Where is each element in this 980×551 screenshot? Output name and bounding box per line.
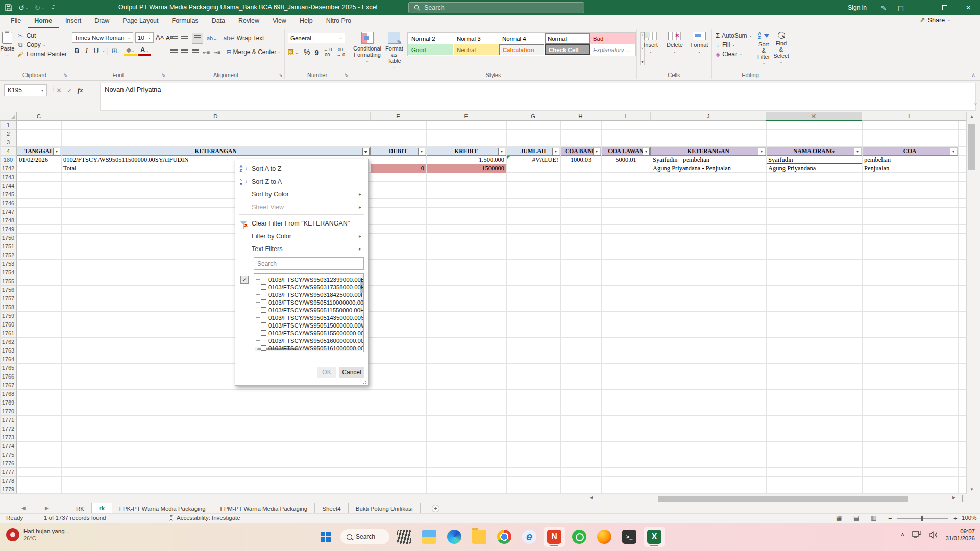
italic-button[interactable]: I bbox=[83, 46, 90, 55]
taskbar-icon-excel[interactable]: X bbox=[644, 527, 665, 547]
filter-dropdown-button-F[interactable]: ▾ bbox=[498, 148, 505, 155]
ribbon-tab-formulas[interactable]: Formulas bbox=[165, 15, 205, 28]
bold-button[interactable]: B bbox=[72, 46, 82, 55]
row-header-1752[interactable]: 1752 bbox=[0, 251, 17, 260]
column-header-D[interactable]: D bbox=[61, 112, 371, 121]
collapse-ribbon-icon[interactable]: ˄ bbox=[972, 72, 975, 78]
middle-align-icon[interactable] bbox=[181, 36, 188, 41]
undo-button[interactable]: ↺⌄ bbox=[18, 4, 29, 11]
volume-icon[interactable] bbox=[929, 531, 938, 539]
cell-G180[interactable]: #VALUE! bbox=[506, 156, 560, 164]
row-header-1755[interactable]: 1755 bbox=[0, 277, 17, 286]
insert-cells-button[interactable]: Insert⌄ bbox=[640, 29, 662, 54]
column-header-J[interactable]: J bbox=[651, 112, 766, 121]
clear-button[interactable]: ◈Clear⌄ bbox=[714, 49, 754, 59]
top-align-icon[interactable] bbox=[170, 36, 178, 41]
sheet-tab-fpm-pt-warna-media-packaging[interactable]: FPM-PT Warna Media Packaging bbox=[213, 503, 315, 514]
filter-values-list[interactable]: 0103/FTSCY/WS950312399000.00B0103/FTSCY/… bbox=[254, 273, 364, 352]
wrap-text-button[interactable]: ab↵Wrap Text bbox=[221, 34, 266, 43]
taskbar-icon-edge[interactable] bbox=[444, 527, 464, 547]
row-header-180[interactable]: 180 bbox=[0, 156, 17, 164]
table-header-keterangan-J[interactable]: KETERANGAN▾ bbox=[651, 147, 766, 156]
number-format-select[interactable]: General⌄ bbox=[288, 33, 345, 43]
cut-button[interactable]: ✂Cut bbox=[15, 31, 69, 40]
row-header-1754[interactable]: 1754 bbox=[0, 268, 17, 277]
formula-input[interactable]: Novan Adi Priyatna bbox=[100, 83, 976, 111]
accounting-format-icon[interactable]: 🖼⌄ bbox=[288, 48, 299, 56]
row-header-1779[interactable]: 1779 bbox=[0, 485, 17, 494]
table-header-nama-orang-K[interactable]: NAMA ORANG▾ bbox=[766, 147, 862, 156]
taskbar-icon-internet-explorer[interactable]: e bbox=[519, 527, 540, 547]
column-header-C[interactable]: C bbox=[17, 112, 61, 121]
row-header-1745[interactable]: 1745 bbox=[0, 190, 17, 199]
decrease-decimal-icon[interactable]: .00→.0 bbox=[336, 47, 345, 57]
column-header-E[interactable]: E bbox=[371, 112, 426, 121]
merge-center-button[interactable]: ⊟Merge & Center⌄ bbox=[224, 47, 283, 57]
filter-dropdown-button-J[interactable]: ▾ bbox=[758, 148, 765, 155]
cell-E1742[interactable]: 0 bbox=[371, 164, 426, 173]
row-header-1742[interactable]: 1742 bbox=[0, 164, 17, 173]
align-left-icon[interactable] bbox=[170, 49, 178, 55]
cell-F180[interactable]: 1.500.000 bbox=[426, 156, 506, 164]
increase-decimal-icon[interactable]: ←.0.00 bbox=[324, 47, 332, 57]
row-header-1770[interactable]: 1770 bbox=[0, 407, 17, 416]
scroll-down-icon[interactable]: ▼ bbox=[967, 485, 977, 494]
taskbar-icon-whatsapp[interactable] bbox=[569, 527, 590, 547]
filter-menu-item-filter-by-color[interactable]: Filter by Color▸ bbox=[235, 230, 368, 242]
alignment-dialog-launcher[interactable]: ⇘ bbox=[279, 72, 283, 78]
zoom-slider[interactable] bbox=[897, 518, 948, 519]
cell-L180[interactable]: pembelian bbox=[862, 156, 958, 164]
zoom-in-icon[interactable]: + bbox=[953, 515, 958, 522]
filter-item-checkbox[interactable] bbox=[261, 292, 266, 297]
taskbar-search[interactable]: Search bbox=[340, 529, 389, 544]
filter-menu-item-text-filters[interactable]: Text Filters▸ bbox=[235, 242, 368, 255]
table-header-tanggal-C[interactable]: TANGGAL▾ bbox=[17, 147, 61, 156]
horizontal-scroll-thumb[interactable] bbox=[658, 496, 908, 502]
row-header-1759[interactable]: 1759 bbox=[0, 312, 17, 320]
find-select-button[interactable]: Find & Select⌄ bbox=[773, 29, 789, 64]
decrease-indent-icon[interactable]: ⇤≡ bbox=[203, 49, 210, 55]
filter-dropdown-button-G[interactable]: ▾ bbox=[552, 148, 559, 155]
fill-button[interactable]: ↓Fill⌄ bbox=[714, 40, 754, 49]
filter-dropdown-button-L[interactable]: ▾ bbox=[950, 148, 957, 155]
new-sheet-button[interactable]: + bbox=[432, 505, 439, 512]
row-header-1765[interactable]: 1765 bbox=[0, 364, 17, 372]
column-header-F[interactable]: F bbox=[426, 112, 506, 121]
row-header-1775[interactable]: 1775 bbox=[0, 450, 17, 459]
filter-list-item[interactable]: 0103/FTSCY/WS950312399000.00B bbox=[254, 276, 364, 283]
sheet-tab-sheet4[interactable]: Sheet4 bbox=[315, 503, 348, 514]
orientation-button[interactable]: ab⌄ bbox=[207, 35, 217, 42]
conditional-formatting-button[interactable]: Conditional Formatting ⌄ bbox=[353, 29, 381, 63]
column-header-G[interactable]: G bbox=[506, 112, 560, 121]
row-header-1768[interactable]: 1768 bbox=[0, 390, 17, 398]
underline-button[interactable]: U bbox=[91, 46, 101, 55]
zoom-out-icon[interactable]: − bbox=[888, 515, 892, 522]
filter-menu-item-sort-a-to-z[interactable]: ↓Sort A to Z bbox=[235, 162, 368, 175]
clipboard-dialog-launcher[interactable]: ⇘ bbox=[63, 72, 67, 78]
number-dialog-launcher[interactable]: ⇘ bbox=[344, 72, 348, 78]
scroll-right-icon[interactable]: ▶ bbox=[952, 495, 955, 500]
table-header-keterangan-D[interactable]: KETERANGAN bbox=[61, 147, 371, 156]
row-header-1750[interactable]: 1750 bbox=[0, 234, 17, 242]
column-header-L[interactable]: L bbox=[862, 112, 958, 121]
font-family-select[interactable]: Times New Roman⌄ bbox=[72, 32, 133, 43]
row-header-1[interactable]: 1 bbox=[0, 121, 17, 130]
ribbon-tab-data[interactable]: Data bbox=[205, 15, 232, 28]
row-header-4[interactable]: 4 bbox=[0, 147, 17, 156]
row-header-1774[interactable]: 1774 bbox=[0, 442, 17, 450]
ribbon-tab-draw[interactable]: Draw bbox=[88, 15, 116, 28]
bottom-align-icon[interactable] bbox=[192, 33, 203, 44]
customize-quick-access-icon[interactable]: ⌄̄ bbox=[51, 5, 55, 10]
align-center-icon[interactable] bbox=[181, 49, 188, 55]
row-header-1776[interactable]: 1776 bbox=[0, 459, 17, 468]
filter-ok-button[interactable]: OK bbox=[317, 367, 336, 378]
page-layout-view-icon[interactable]: ▤ bbox=[853, 514, 859, 521]
ribbon-tab-file[interactable]: File bbox=[4, 15, 28, 28]
page-break-view-icon[interactable]: ▥ bbox=[871, 514, 876, 521]
cell-C180[interactable]: 01/02/2026 bbox=[17, 156, 61, 164]
row-header-2[interactable]: 2 bbox=[0, 130, 17, 138]
sheet-nav-right-icon[interactable]: ▶ bbox=[45, 505, 49, 511]
row-header-1753[interactable]: 1753 bbox=[0, 260, 17, 268]
filter-list-item[interactable]: 0103/FTSCY/WS950511550000.00H bbox=[254, 306, 364, 314]
filter-item-checkbox[interactable] bbox=[261, 345, 266, 351]
